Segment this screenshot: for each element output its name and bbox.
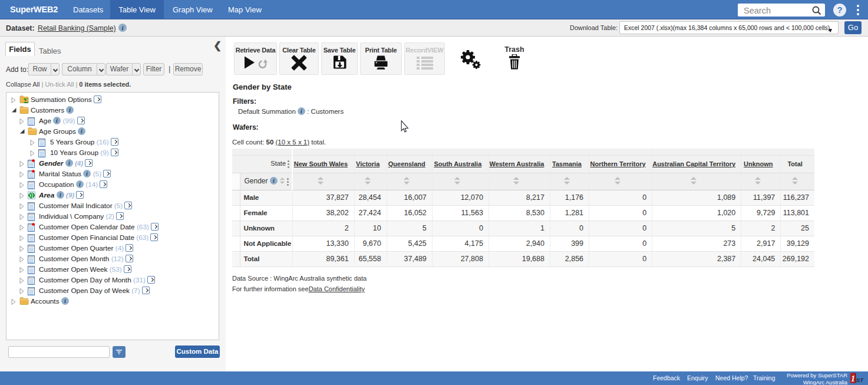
svg-text:i: i (273, 178, 275, 185)
svg-text:1: 1 (851, 374, 855, 383)
svg-text:i: i (79, 181, 81, 187)
svg-text:i: i (64, 298, 66, 304)
svg-text:Σ: Σ (24, 96, 29, 104)
svg-text:?: ? (837, 5, 842, 15)
svg-text:i: i (86, 170, 88, 177)
svg-text:i: i (56, 117, 58, 124)
svg-text:i: i (69, 107, 71, 113)
svg-text:i: i (68, 160, 70, 166)
svg-text:i: i (60, 192, 61, 198)
svg-text:i: i (301, 108, 302, 114)
svg-text:i: i (81, 128, 82, 134)
svg-text:ST: ST (856, 377, 864, 383)
